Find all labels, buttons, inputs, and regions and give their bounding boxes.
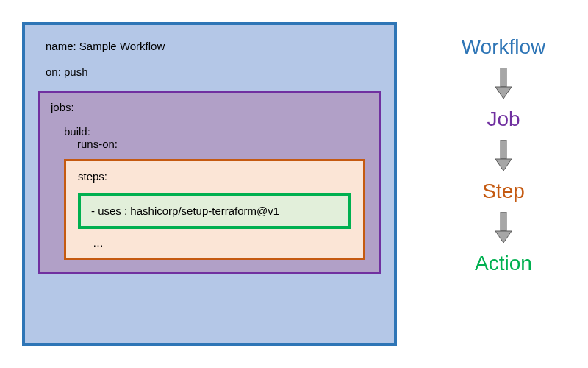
svg-rect-4 — [501, 212, 506, 231]
workflow-name-line: name: Sample Workflow — [38, 40, 381, 52]
ellipsis: … — [78, 236, 351, 249]
svg-rect-2 — [501, 140, 506, 159]
action-line: - uses : hashicorp/setup-terraform@v1 — [91, 205, 279, 217]
legend: Workflow Job Step Action — [441, 35, 566, 275]
legend-workflow: Workflow — [462, 35, 546, 59]
workflow-box: name: Sample Workflow on: push jobs: bui… — [22, 22, 397, 346]
svg-rect-0 — [501, 68, 506, 87]
svg-marker-3 — [495, 159, 512, 171]
steps-label: steps: — [78, 170, 351, 183]
arrow-down-icon — [495, 140, 512, 171]
legend-step: Step — [482, 180, 525, 203]
legend-action: Action — [475, 252, 532, 275]
arrow-down-icon — [495, 212, 512, 243]
workflow-on-line: on: push — [38, 66, 381, 78]
jobs-box: jobs: build: runs-on: steps: - uses : ha… — [38, 91, 381, 274]
legend-job: Job — [487, 107, 520, 131]
svg-marker-1 — [495, 87, 512, 99]
build-line: build: — [51, 125, 368, 138]
steps-box: steps: - uses : hashicorp/setup-terrafor… — [64, 159, 365, 260]
action-box: - uses : hashicorp/setup-terraform@v1 — [78, 193, 351, 229]
runs-on-line: runs-on: — [51, 138, 368, 150]
arrow-down-icon — [495, 68, 512, 99]
jobs-label: jobs: — [51, 101, 368, 113]
svg-marker-5 — [495, 231, 512, 243]
